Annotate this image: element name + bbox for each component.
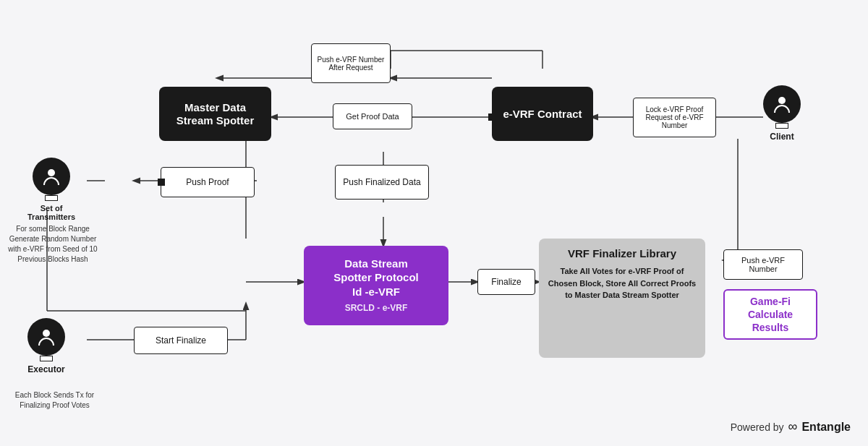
svg-point-28: [43, 330, 50, 337]
infinity-icon: ∞: [788, 419, 798, 434]
client-connector: [775, 123, 788, 129]
connector-evrf-left: [488, 113, 495, 121]
client-icon: [763, 85, 801, 123]
push-evrf-number-box: Push e-VRF Number: [723, 249, 803, 280]
brand-name: Entangle: [801, 421, 851, 434]
finalize-box: Finalize: [477, 269, 535, 295]
master-data-stream-spotter-box: Master Data Stream Spotter: [159, 87, 271, 141]
transmitters-group: Set of Transmitters: [27, 158, 75, 221]
start-finalize-box: Start Finalize: [134, 327, 228, 354]
connector-pushproof: [158, 179, 165, 186]
transmitters-label: Set of Transmitters: [27, 204, 75, 221]
get-proof-data-box: Get Proof Data: [333, 103, 412, 129]
vrf-finalizer-library-box: VRF Finalizer Library Take All Votes for…: [539, 239, 705, 358]
gamefi-calculate-results-box: Game-Fi Calculate Results: [723, 289, 817, 340]
svg-point-26: [778, 97, 786, 104]
connections-svg: [0, 0, 868, 446]
lock-evrf-proof-box: Lock e-VRF Proof Request of e-VRF Number: [633, 98, 716, 137]
svg-point-27: [48, 169, 55, 176]
transmitters-description: For some Block RangeGenerate Random Numb…: [6, 224, 100, 265]
executor-group: Executor: [27, 318, 65, 374]
powered-by: Powered by ∞ Entangle: [731, 419, 851, 434]
executor-label: Executor: [27, 364, 64, 374]
transmitters-connector: [45, 195, 58, 201]
client-label: Client: [770, 132, 793, 142]
diagram: Push e-VRF Number After Request Master D…: [0, 0, 868, 446]
executor-description: Each Block Sends Tx forFinalizing Proof …: [6, 390, 103, 411]
push-evrf-number-after-request-box: Push e-VRF Number After Request: [311, 43, 391, 83]
evrf-contract-box: e-VRF Contract: [492, 87, 593, 141]
data-stream-spotter-protocol-box: Data StreamSpotter ProtocolId -e-VRF SRC…: [304, 246, 448, 325]
executor-connector: [40, 356, 53, 361]
push-proof-box: Push Proof: [161, 167, 255, 197]
executor-icon: [27, 318, 65, 356]
client-group: Client: [763, 85, 801, 142]
push-finalized-data-box: Push Finalized Data: [335, 165, 429, 200]
transmitters-icon: [33, 158, 70, 195]
